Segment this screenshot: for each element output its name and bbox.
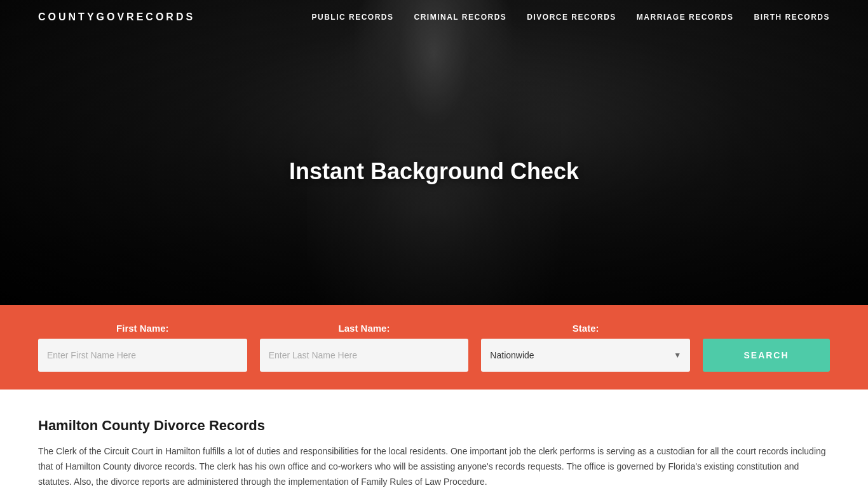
content-title: Hamilton County Divorce Records [38,417,830,434]
content-paragraph-1: The Clerk of the Circuit Court in Hamilt… [38,444,830,488]
state-field: State: Nationwide Alabama Alaska Arizona… [481,323,690,372]
nav-criminal-records[interactable]: CRIMINAL RECORDS [414,13,507,22]
content-section: Hamilton County Divorce Records The Cler… [0,390,868,488]
logo[interactable]: COUNTYGOVRECORDS [38,11,195,23]
last-name-label: Last Name: [260,323,469,334]
nav: PUBLIC RECORDS CRIMINAL RECORDS DIVORCE … [312,13,831,22]
first-name-input[interactable] [38,339,247,372]
state-select-wrapper: Nationwide Alabama Alaska Arizona Arkans… [481,339,690,372]
hero-section: Instant Background Check [0,0,868,305]
first-name-label: First Name: [38,323,247,334]
last-name-field: Last Name: [260,323,469,372]
nav-birth-records[interactable]: BIRTH RECORDS [754,13,830,22]
state-select[interactable]: Nationwide Alabama Alaska Arizona Arkans… [481,339,690,372]
search-button[interactable]: SEARCH [703,339,830,372]
last-name-input[interactable] [260,339,469,372]
hero-title: Instant Background Check [289,158,579,185]
first-name-field: First Name: [38,323,247,372]
nav-marriage-records[interactable]: MARRIAGE RECORDS [637,13,734,22]
nav-public-records[interactable]: PUBLIC RECORDS [312,13,394,22]
hero-overlay [0,0,868,305]
header: COUNTYGOVRECORDS PUBLIC RECORDS CRIMINAL… [0,0,868,34]
search-bar: First Name: Last Name: State: Nationwide… [0,305,868,390]
nav-divorce-records[interactable]: DIVORCE RECORDS [527,13,616,22]
state-label: State: [481,323,690,334]
